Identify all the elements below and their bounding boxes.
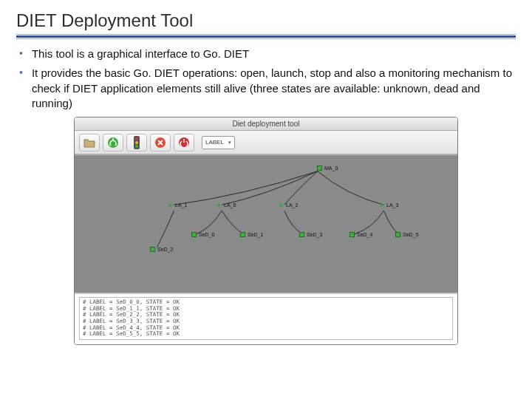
node-label: SeD_3 [307, 232, 322, 237]
title-rule [16, 34, 516, 39]
bullet-item: • This tool is a graphical interface to … [19, 47, 516, 61]
bullet-list: • This tool is a graphical interface to … [16, 47, 516, 111]
window-title: Diet deployment tool [232, 120, 299, 128]
node-label: LA_3 [386, 202, 398, 208]
graph-node-sed5[interactable]: SeD_5 [395, 232, 418, 237]
graph-node-la3[interactable]: LA_3 [379, 202, 398, 208]
graph-edges [75, 155, 457, 293]
slide-title: DIET Deployment Tool [16, 10, 516, 31]
graph-node-sed4[interactable]: SeD_4 [349, 232, 372, 237]
graph-node-la1[interactable]: LA_1 [168, 202, 187, 208]
graph-node-sed2[interactable]: SeD_2 [150, 247, 173, 252]
slide: DIET Deployment Tool • This tool is a gr… [0, 0, 532, 352]
chevron-down-icon: ▾ [228, 140, 231, 146]
log-line: # LABEL = SeD_5_5, STATE = OK [83, 331, 449, 338]
window-titlebar: Diet deployment tool [75, 117, 457, 131]
bullet-text: This tool is a graphical interface to Go… [32, 47, 249, 61]
folder-icon [83, 137, 95, 148]
bullet-text: It provides the basic Go. DIET operation… [32, 66, 516, 111]
graph-node-sed1[interactable]: SeD_1 [240, 232, 263, 237]
graph-node-la2[interactable]: LA_2 [279, 202, 298, 208]
svg-point-4 [135, 145, 138, 148]
stop-button[interactable] [150, 134, 171, 151]
svg-point-3 [135, 141, 138, 144]
node-label: LA_0 [224, 202, 236, 208]
log-textarea[interactable]: # LABEL = SeD_0_0, STATE = OK # LABEL = … [79, 297, 453, 340]
log-panel: # LABEL = SeD_0_0, STATE = OK # LABEL = … [75, 293, 457, 344]
app-window: Diet deployment tool [74, 117, 458, 345]
launch-button[interactable] [103, 134, 123, 151]
graph-node-sed3[interactable]: SeD_3 [299, 232, 322, 237]
bullet-dot-icon: • [19, 66, 23, 111]
run-icon [107, 137, 119, 149]
node-label: SeD_0 [199, 232, 214, 237]
toolbar: LABEL ▾ [75, 131, 457, 154]
bullet-item: • It provides the basic Go. DIET operati… [19, 66, 516, 111]
graph-node-sed0[interactable]: SeD_0 [191, 232, 214, 237]
node-label: MA_0 [324, 166, 338, 171]
open-button[interactable] [79, 134, 100, 151]
node-label: LA_2 [286, 202, 298, 208]
power-button[interactable] [174, 134, 194, 151]
bullet-dot-icon: • [19, 47, 23, 61]
graph-canvas[interactable]: MA_0 LA_1 LA_0 LA_2 LA_3 SeD_0 SeD_1 SeD… [75, 154, 457, 293]
graph-node-ma0[interactable]: MA_0 [317, 166, 338, 171]
svg-point-2 [135, 137, 138, 140]
node-label: SeD_1 [248, 232, 263, 237]
embedded-screenshot: Diet deployment tool [16, 117, 516, 345]
stop-icon [154, 137, 166, 149]
traffic-button[interactable] [126, 134, 147, 151]
traffic-light-icon [133, 136, 140, 149]
node-label: SeD_5 [403, 232, 418, 237]
label-combobox[interactable]: LABEL ▾ [202, 136, 235, 149]
node-label: SeD_4 [357, 232, 372, 237]
power-icon [178, 137, 190, 149]
node-label: LA_1 [175, 202, 187, 208]
combobox-value: LABEL [205, 139, 224, 146]
node-label: SeD_2 [157, 247, 173, 252]
graph-node-la0[interactable]: LA_0 [216, 202, 236, 208]
